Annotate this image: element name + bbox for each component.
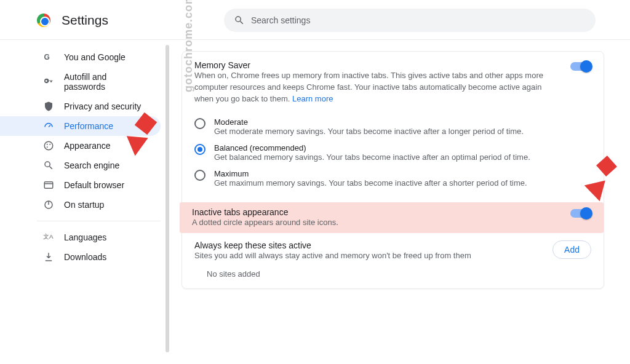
download-icon	[43, 251, 54, 263]
memory-saver-description: When on, Chrome frees up memory from ina…	[194, 70, 559, 105]
inactive-appearance-title: Inactive tabs appearance	[192, 207, 559, 217]
svg-point-3	[49, 144, 50, 145]
sidebar-item-label: Downloads	[64, 252, 106, 262]
watermark-text: gotochrome.com	[182, 0, 195, 92]
speedometer-icon	[43, 121, 54, 132]
sidebar-item-label: On startup	[64, 200, 104, 210]
learn-more-link[interactable]: Learn more	[292, 94, 333, 103]
option-desc: Get moderate memory savings. Your tabs b…	[214, 127, 524, 136]
radio-maximum[interactable]	[194, 170, 205, 181]
svg-point-4	[47, 146, 48, 148]
palette-icon	[43, 140, 54, 151]
radio-moderate[interactable]	[194, 118, 205, 129]
option-desc: Get balanced memory savings. Your tabs b…	[214, 152, 530, 162]
search-placeholder: Search settings	[251, 15, 311, 25]
sidebar-item-default-browser[interactable]: Default browser	[0, 175, 161, 195]
google-g-icon: G	[43, 52, 54, 63]
power-icon	[43, 199, 54, 210]
sidebar-item-label: Languages	[64, 232, 106, 242]
svg-point-1	[44, 141, 53, 150]
sidebar: G You and Google Autofill and passwords …	[0, 40, 169, 364]
sidebar-item-search-engine[interactable]: Search engine	[0, 156, 161, 175]
sidebar-item-label: Performance	[64, 121, 113, 131]
svg-text:G: G	[44, 53, 50, 61]
settings-card: Memory Saver When on, Chrome frees up me…	[181, 51, 604, 289]
sidebar-item-label: Default browser	[64, 180, 124, 190]
no-sites-text: No sites added	[182, 263, 604, 281]
svg-text:文A: 文A	[43, 233, 54, 240]
main-content: Memory Saver When on, Chrome frees up me…	[169, 40, 630, 364]
memory-saver-title: Memory Saver	[194, 60, 559, 70]
translate-icon: 文A	[43, 232, 54, 243]
sidebar-item-label: Appearance	[64, 141, 111, 151]
sidebar-item-label: You and Google	[64, 52, 126, 62]
memory-saver-toggle[interactable]	[570, 62, 591, 71]
sidebar-item-autofill-passwords[interactable]: Autofill and passwords	[0, 67, 161, 97]
shield-icon	[43, 101, 54, 112]
sidebar-item-you-and-google[interactable]: G You and Google	[0, 47, 161, 67]
inactive-appearance-desc: A dotted circle appears around site icon…	[192, 217, 559, 229]
always-active-title: Always keep these sites active	[194, 240, 471, 250]
inactive-appearance-toggle[interactable]	[570, 209, 591, 218]
search-icon	[43, 160, 54, 171]
header: Settings Search settings	[0, 0, 630, 38]
always-active-desc: Sites you add will always stay active an…	[194, 250, 471, 262]
sidebar-item-label: Privacy and security	[64, 101, 141, 111]
sidebar-divider	[37, 221, 161, 221]
option-title: Balanced (recommended)	[214, 143, 530, 152]
svg-point-2	[47, 144, 48, 145]
option-title: Maximum	[214, 169, 527, 178]
svg-rect-5	[44, 182, 53, 189]
browser-icon	[43, 180, 54, 191]
key-icon	[43, 76, 54, 87]
page-title: Settings	[62, 13, 108, 28]
radio-balanced[interactable]	[194, 144, 205, 155]
inactive-tabs-appearance-row: Inactive tabs appearance A dotted circle…	[180, 202, 604, 234]
add-button[interactable]: Add	[552, 240, 591, 259]
sidebar-item-label: Autofill and passwords	[64, 72, 150, 92]
search-icon	[234, 15, 245, 26]
sidebar-item-languages[interactable]: 文A Languages	[0, 228, 161, 247]
chrome-logo-icon	[37, 14, 50, 27]
sidebar-item-privacy-security[interactable]: Privacy and security	[0, 97, 161, 116]
option-desc: Get maximum memory savings. Your tabs be…	[214, 178, 527, 188]
sidebar-item-label: Search engine	[64, 160, 119, 170]
sidebar-item-on-startup[interactable]: On startup	[0, 195, 161, 215]
sidebar-item-downloads[interactable]: Downloads	[0, 247, 161, 267]
search-input[interactable]: Search settings	[224, 9, 596, 32]
option-title: Moderate	[214, 117, 524, 127]
